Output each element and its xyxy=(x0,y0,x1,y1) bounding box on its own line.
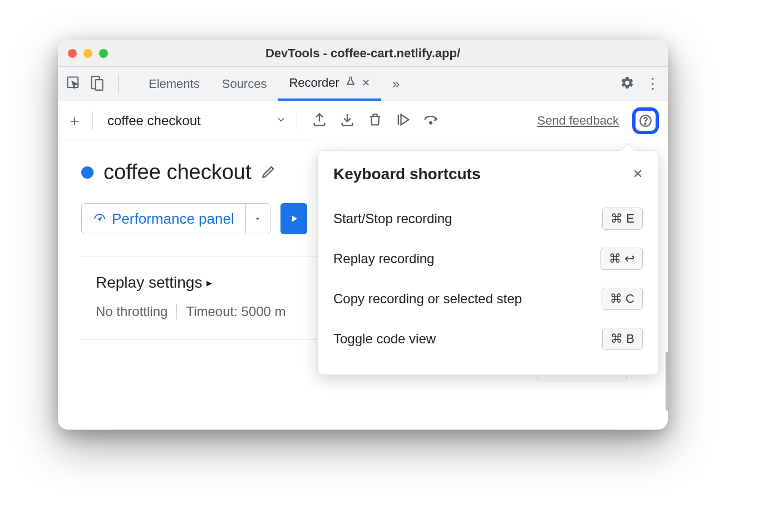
shortcut-row: Copy recording or selected step ⌘ C xyxy=(333,279,643,319)
svg-rect-2 xyxy=(96,80,103,90)
send-feedback-link[interactable]: Send feedback xyxy=(537,114,619,128)
recording-title: coffee checkout xyxy=(104,160,251,184)
recording-select-label[interactable]: coffee checkout xyxy=(103,113,205,129)
svg-point-3 xyxy=(430,121,432,124)
traffic-lights xyxy=(68,49,108,58)
shortcut-row: Start/Stop recording ⌘ E xyxy=(333,199,643,239)
tab-recorder[interactable]: Recorder ✕ xyxy=(278,67,381,101)
shortcut-label: Toggle code view xyxy=(333,331,436,347)
devtools-tabbar: Elements Sources Recorder ✕ » ⋮ xyxy=(58,67,668,101)
tab-label: Recorder xyxy=(289,76,339,90)
tab-label: Sources xyxy=(222,77,267,91)
maximize-window-icon[interactable] xyxy=(99,49,108,58)
chevron-down-icon[interactable] xyxy=(275,114,287,127)
performance-panel-caret[interactable] xyxy=(245,204,270,234)
tab-sources[interactable]: Sources xyxy=(211,67,278,101)
minimize-window-icon[interactable] xyxy=(83,49,92,58)
step-over-icon[interactable] xyxy=(423,112,439,130)
flask-icon xyxy=(345,76,356,90)
separator xyxy=(297,111,297,130)
performance-panel-label: Performance panel xyxy=(112,210,234,228)
separator xyxy=(176,304,177,319)
edit-title-icon[interactable] xyxy=(261,164,277,181)
shortcut-label: Replay recording xyxy=(333,251,434,267)
shortcut-key: ⌘ ↩ xyxy=(600,248,643,270)
device-toolbar-icon[interactable] xyxy=(89,75,105,93)
svg-point-5 xyxy=(644,123,646,124)
shortcut-key: ⌘ B xyxy=(602,328,643,350)
keyboard-shortcuts-popover: Keyboard shortcuts ✕ Start/Stop recordin… xyxy=(317,150,659,375)
delete-icon[interactable] xyxy=(367,112,383,130)
shortcut-key: ⌘ E xyxy=(602,208,643,230)
throttling-value[interactable]: No throttling xyxy=(96,304,168,319)
more-tabs-icon[interactable]: » xyxy=(392,76,400,92)
shortcut-row: Toggle code view ⌘ B xyxy=(333,319,643,359)
export-icon[interactable] xyxy=(312,112,327,130)
tab-elements[interactable]: Elements xyxy=(137,67,211,101)
shortcut-label: Start/Stop recording xyxy=(333,211,452,226)
devtools-window: DevTools - coffee-cart.netlify.app/ Elem… xyxy=(58,40,668,430)
help-button[interactable] xyxy=(632,107,659,134)
svg-point-6 xyxy=(99,219,101,220)
recorder-toolbar: ＋ coffee checkout Send feedback xyxy=(58,101,668,140)
titlebar: DevTools - coffee-cart.netlify.app/ xyxy=(58,40,668,67)
step-play-icon[interactable] xyxy=(395,112,411,130)
new-recording-icon[interactable]: ＋ xyxy=(67,110,82,131)
shortcut-row: Replay recording ⌘ ↩ xyxy=(333,239,643,279)
shortcut-label: Copy recording or selected step xyxy=(333,291,522,307)
close-tab-icon[interactable]: ✕ xyxy=(362,77,370,89)
tab-label: Elements xyxy=(149,77,200,91)
caret-right-icon: ▸ xyxy=(206,276,212,289)
import-icon[interactable] xyxy=(339,112,355,130)
recording-status-dot-icon xyxy=(81,166,93,179)
performance-panel-button[interactable]: Performance panel xyxy=(81,203,270,234)
kebab-menu-icon[interactable]: ⋮ xyxy=(646,75,660,92)
timeout-value[interactable]: Timeout: 5000 m xyxy=(186,304,285,319)
separator xyxy=(92,111,93,130)
window-title: DevTools - coffee-cart.netlify.app/ xyxy=(58,46,668,61)
close-icon[interactable]: ✕ xyxy=(633,167,643,181)
scrollbar-thumb[interactable] xyxy=(666,352,668,411)
inspect-icon[interactable] xyxy=(66,75,81,93)
shortcut-key: ⌘ C xyxy=(602,288,643,310)
popover-title: Keyboard shortcuts xyxy=(333,165,481,183)
replay-button[interactable] xyxy=(280,203,307,234)
settings-gear-icon[interactable] xyxy=(620,76,634,92)
close-window-icon[interactable] xyxy=(68,49,77,58)
replay-settings-label: Replay settings xyxy=(96,274,202,292)
